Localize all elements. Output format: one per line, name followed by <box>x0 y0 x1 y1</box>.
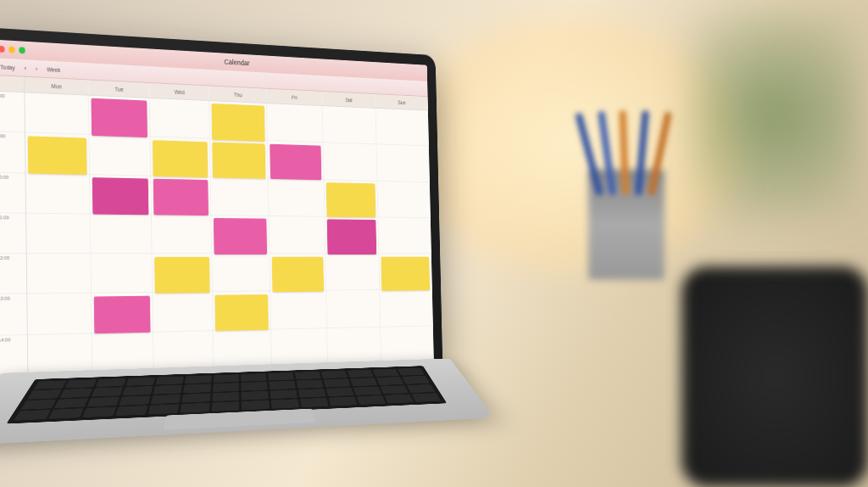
calendar-cell[interactable] <box>92 332 153 373</box>
day-header: Tue <box>88 80 150 98</box>
time-label: 12:00 <box>0 254 26 294</box>
time-label: 8:00 <box>0 92 25 133</box>
calendar-cell[interactable] <box>152 215 211 254</box>
calendar-cell[interactable] <box>28 333 92 376</box>
today-button[interactable]: Today <box>0 64 15 70</box>
close-icon[interactable] <box>0 46 5 53</box>
calendar-event[interactable] <box>155 256 210 293</box>
day-header: Sun <box>376 94 428 110</box>
calendar-cell[interactable] <box>381 326 433 364</box>
calendar-cell[interactable] <box>377 145 430 182</box>
calendar-cell[interactable] <box>376 109 429 147</box>
laptop-keyboard <box>0 358 494 446</box>
time-column: 8:009:0010:0011:0012:0013:0014:00 <box>0 92 28 377</box>
day-header: Fri <box>267 89 323 105</box>
time-label: 13:00 <box>0 294 27 336</box>
calendar-cell[interactable] <box>378 181 431 218</box>
calendar-cell[interactable] <box>91 254 153 294</box>
background-chair <box>682 266 868 487</box>
calendar-cell[interactable] <box>322 106 376 145</box>
window-title: Calendar <box>225 58 250 67</box>
minimize-icon[interactable] <box>8 46 15 53</box>
day-header: Sat <box>322 92 376 108</box>
calendar-cell[interactable] <box>27 254 91 294</box>
calendar-cell[interactable] <box>90 214 152 254</box>
calendar-event[interactable] <box>212 142 265 179</box>
calendar-event[interactable] <box>153 140 208 178</box>
calendar-cell[interactable] <box>212 254 270 292</box>
calendar-cell[interactable] <box>153 331 213 372</box>
day-column <box>376 109 434 364</box>
calendar-cell[interactable] <box>27 294 91 335</box>
time-label: 14:00 <box>0 335 27 377</box>
calendar-cell[interactable] <box>211 177 269 216</box>
calendar-cell[interactable] <box>327 327 381 365</box>
calendar-cell[interactable] <box>26 214 90 255</box>
calendar-event[interactable] <box>92 177 149 216</box>
day-column <box>209 101 272 369</box>
calendar-event[interactable] <box>28 136 86 175</box>
time-column-header <box>0 76 25 92</box>
laptop-screen-bezel: Calendar Today ‹ › Week MonTueWedThuFriS… <box>0 27 442 389</box>
day-header: Thu <box>209 86 267 103</box>
prev-button[interactable]: ‹ <box>25 65 26 71</box>
next-button[interactable]: › <box>36 65 37 71</box>
day-column <box>322 106 381 366</box>
calendar-event[interactable] <box>212 104 265 141</box>
calendar-days <box>25 92 434 375</box>
time-label: 10:00 <box>0 172 25 213</box>
calendar-event[interactable] <box>381 256 430 291</box>
background-plant <box>690 8 860 221</box>
laptop-screen: Calendar Today ‹ › Week MonTueWedThuFriS… <box>0 39 434 376</box>
calendar-event[interactable] <box>326 182 376 218</box>
view-selector[interactable]: Week <box>47 66 60 73</box>
calendar-cell[interactable] <box>326 290 381 328</box>
calendar-cell[interactable] <box>378 217 431 254</box>
day-column <box>150 98 214 372</box>
fullscreen-icon[interactable] <box>19 47 25 53</box>
time-label: 9:00 <box>0 132 25 173</box>
calendar-cell[interactable] <box>214 329 271 369</box>
calendar-grid: 8:009:0010:0011:0012:0013:0014:00 <box>0 92 434 377</box>
calendar-event[interactable] <box>272 256 324 292</box>
calendar-cell[interactable] <box>25 92 88 135</box>
calendar-cell[interactable] <box>269 178 325 216</box>
calendar-cell[interactable] <box>270 291 326 329</box>
calendar-cell[interactable] <box>153 292 213 332</box>
calendar-event[interactable] <box>215 294 269 331</box>
calendar-cell[interactable] <box>269 216 325 254</box>
calendar-event[interactable] <box>91 98 147 137</box>
day-header: Wed <box>150 83 209 100</box>
day-column <box>267 104 328 367</box>
calendar-event[interactable] <box>326 220 376 255</box>
calendar-event[interactable] <box>214 218 267 255</box>
laptop: Calendar Today ‹ › Week MonTueWedThuFriS… <box>0 27 465 485</box>
calendar-cell[interactable] <box>150 98 209 139</box>
calendar-cell[interactable] <box>380 290 432 327</box>
day-column <box>25 92 92 375</box>
calendar-event[interactable] <box>270 143 321 180</box>
calendar-cell[interactable] <box>267 104 323 143</box>
calendar-cell[interactable] <box>271 328 327 367</box>
calendar-cell[interactable] <box>326 254 380 291</box>
day-header: Mon <box>25 77 88 95</box>
pens <box>580 110 673 187</box>
calendar-event[interactable] <box>153 179 209 216</box>
calendar-cell[interactable] <box>323 143 377 181</box>
calendar-cell[interactable] <box>26 173 90 214</box>
calendar-cell[interactable] <box>89 135 150 176</box>
calendar-event[interactable] <box>93 296 150 334</box>
time-label: 11:00 <box>0 213 26 254</box>
day-column <box>89 96 155 373</box>
